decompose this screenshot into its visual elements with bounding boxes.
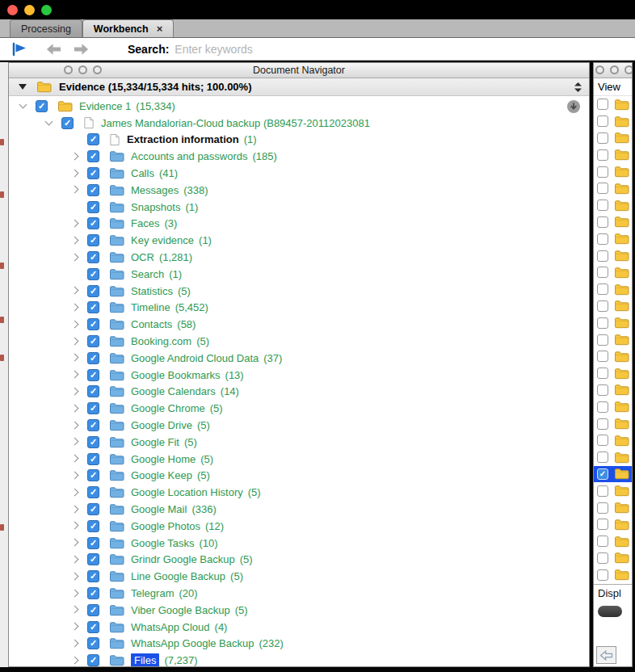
- tree-item-checkbox[interactable]: ✓: [87, 285, 99, 297]
- view-row[interactable]: [594, 314, 632, 331]
- chevron-right-icon[interactable]: [69, 151, 80, 162]
- tree-item-checkbox[interactable]: ✓: [87, 486, 99, 498]
- tab-processing[interactable]: Processing: [10, 19, 82, 37]
- tree-item-james-mandalorian-cloud-backup-b89457-20112023081[interactable]: ✓James Mandalorian-Cloud backup (B89457-…: [9, 115, 589, 132]
- view-row[interactable]: [594, 146, 632, 163]
- view-row[interactable]: [594, 180, 632, 197]
- view-row[interactable]: [594, 533, 632, 550]
- chevron-right-icon[interactable]: [69, 369, 80, 380]
- view-row-checkbox[interactable]: [597, 418, 608, 430]
- chevron-right-icon[interactable]: [69, 453, 80, 464]
- tree-item-booking-com[interactable]: ✓Booking.com(5): [9, 333, 589, 350]
- tree-item-calls[interactable]: ✓Calls(41): [9, 165, 589, 182]
- tree-item-checkbox[interactable]: ✓: [87, 587, 99, 599]
- tree-item-messages[interactable]: ✓Messages(338): [9, 182, 589, 199]
- view-row[interactable]: [594, 113, 632, 130]
- tree-item-faces[interactable]: ✓Faces(3): [9, 216, 589, 233]
- tree-item-viber-google-backup[interactable]: ✓Viber Google Backup(5): [9, 602, 589, 619]
- tree-item-statistics[interactable]: ✓Statistics(5): [9, 283, 589, 300]
- chevron-right-icon[interactable]: [69, 571, 80, 582]
- tree-item-checkbox[interactable]: ✓: [87, 654, 99, 666]
- tree-item-checkbox[interactable]: ✓: [87, 201, 99, 213]
- tree-item-whatsapp-cloud[interactable]: ✓WhatsApp Cloud(4): [9, 619, 589, 636]
- view-row-checkbox[interactable]: [597, 149, 608, 161]
- tree-item-checkbox[interactable]: ✓: [87, 133, 99, 145]
- tree-item-ocr[interactable]: ✓OCR(1,281): [9, 249, 589, 266]
- tab-workbench[interactable]: Workbench ×: [82, 19, 174, 37]
- view-row-checkbox[interactable]: [597, 452, 608, 463]
- tree-item-checkbox[interactable]: ✓: [87, 537, 99, 549]
- tree-item-google-drive[interactable]: ✓Google Drive(5): [9, 417, 589, 434]
- tree-item-line-google-backup[interactable]: ✓Line Google Backup(5): [9, 568, 589, 585]
- tree-item-google-fit[interactable]: ✓Google Fit(5): [9, 434, 589, 451]
- view-row[interactable]: ✓: [594, 466, 632, 483]
- tree-item-checkbox[interactable]: ✓: [87, 637, 99, 649]
- view-row[interactable]: [594, 331, 632, 348]
- view-row[interactable]: [594, 566, 632, 583]
- tree-item-checkbox[interactable]: ✓: [87, 436, 99, 448]
- view-row[interactable]: [594, 398, 632, 415]
- view-row[interactable]: [594, 432, 632, 449]
- tree-item-checkbox[interactable]: ✓: [87, 503, 99, 515]
- tree-item-google-bookmarks[interactable]: ✓Google Bookmarks(13): [9, 367, 589, 384]
- view-row[interactable]: [594, 298, 632, 315]
- tree-item-timeline[interactable]: ✓Timeline(5,452): [9, 300, 589, 317]
- tree-item-google-home[interactable]: ✓Google Home(5): [9, 451, 589, 468]
- view-row[interactable]: [594, 214, 632, 231]
- tree-item-whatsapp-google-backup[interactable]: ✓WhatsApp Google Backup(232): [9, 636, 589, 653]
- panel-circle-icon[interactable]: [64, 65, 73, 74]
- tree-item-checkbox[interactable]: ✓: [87, 251, 99, 263]
- tree-item-search[interactable]: ✓Search(1): [9, 266, 589, 283]
- chevron-right-icon[interactable]: [69, 588, 80, 599]
- view-row[interactable]: [594, 348, 632, 365]
- chevron-down-icon[interactable]: [43, 117, 54, 128]
- view-row-checkbox[interactable]: ✓: [597, 468, 608, 480]
- chevron-right-icon[interactable]: [69, 352, 80, 363]
- evidence-root-row[interactable]: Evidence (15,334/15,334 hits; 100.00%): [9, 78, 589, 96]
- view-row[interactable]: [594, 482, 632, 499]
- view-row-checkbox[interactable]: [597, 200, 608, 211]
- chevron-right-icon[interactable]: [69, 621, 80, 632]
- chevron-right-icon[interactable]: [69, 436, 80, 447]
- chevron-right-icon[interactable]: [69, 235, 80, 246]
- chevron-right-icon[interactable]: [69, 604, 80, 615]
- chevron-right-icon[interactable]: [69, 655, 80, 666]
- tree-item-checkbox[interactable]: ✓: [87, 301, 99, 313]
- chevron-right-icon[interactable]: [69, 504, 80, 515]
- tree-item-google-photos[interactable]: ✓Google Photos(12): [9, 518, 589, 535]
- tree-item-accounts-and-passwords[interactable]: ✓Accounts and passwords(185): [9, 148, 589, 165]
- chevron-right-icon[interactable]: [69, 168, 80, 179]
- chevron-right-icon[interactable]: [69, 184, 80, 195]
- tree-item-key-evidence[interactable]: ✓Key evidence(1): [9, 232, 589, 249]
- chevron-right-icon[interactable]: [69, 252, 80, 263]
- view-row-checkbox[interactable]: [597, 116, 608, 127]
- view-row[interactable]: [594, 163, 632, 180]
- view-row-checkbox[interactable]: [597, 166, 608, 178]
- panel-circle-icon[interactable]: [610, 65, 619, 74]
- display-tool-icon[interactable]: [598, 606, 622, 617]
- view-row-checkbox[interactable]: [597, 569, 608, 581]
- tree-item-google-calendars[interactable]: ✓Google Calendars(14): [9, 384, 589, 401]
- tree-item-checkbox[interactable]: ✓: [87, 553, 99, 565]
- view-row-checkbox[interactable]: [597, 284, 608, 295]
- panel-circle-icon[interactable]: [595, 65, 604, 74]
- tree-item-checkbox[interactable]: ✓: [87, 469, 99, 481]
- view-row-checkbox[interactable]: [597, 384, 608, 396]
- tree-item-google-mail[interactable]: ✓Google Mail(336): [9, 501, 589, 518]
- tree-item-checkbox[interactable]: ✓: [87, 352, 99, 364]
- window-zoom-button[interactable]: [41, 5, 52, 15]
- chevron-right-icon[interactable]: [69, 336, 80, 347]
- panel-circle-icon[interactable]: [78, 65, 87, 74]
- view-row[interactable]: [594, 96, 632, 113]
- tree-item-checkbox[interactable]: ✓: [87, 335, 99, 347]
- tree-item-checkbox[interactable]: ✓: [87, 234, 99, 246]
- view-row-checkbox[interactable]: [597, 334, 608, 346]
- chevron-right-icon[interactable]: [69, 218, 80, 229]
- view-row[interactable]: [594, 516, 632, 533]
- view-row[interactable]: [594, 449, 632, 466]
- tree-item-checkbox[interactable]: ✓: [87, 402, 99, 414]
- flag-icon[interactable]: [10, 42, 31, 57]
- view-row-checkbox[interactable]: [597, 519, 608, 530]
- tree-item-google-android-cloud-data[interactable]: ✓Google Android Cloud Data(37): [9, 350, 589, 367]
- tree-item-checkbox[interactable]: ✓: [87, 184, 99, 196]
